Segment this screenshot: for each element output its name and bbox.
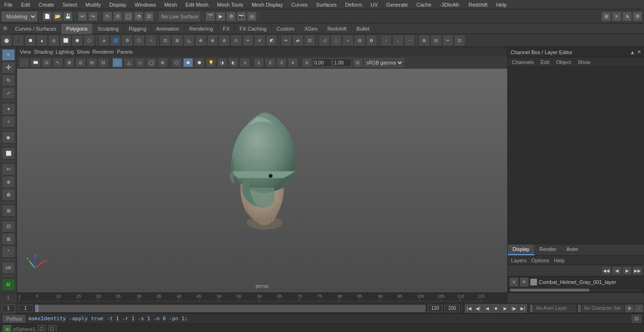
layer-fwd-btn[interactable]: ▶ <box>622 267 632 275</box>
vt-book-btn[interactable]: 📖 <box>30 58 41 67</box>
object-tab[interactable]: Object <box>553 58 573 66</box>
soft-select-btn[interactable]: ◉ <box>2 131 15 143</box>
prev-key-btn[interactable]: ◀| <box>474 304 482 313</box>
lasso-tool-btn[interactable]: ⊙ <box>113 12 123 21</box>
torus-btn[interactable]: ◎ <box>48 35 59 46</box>
sel-convert-btn[interactable]: ⇄ <box>292 35 304 46</box>
layer-tab-anim[interactable]: Anim <box>561 244 583 255</box>
soccer-btn[interactable]: ⬡ <box>133 35 145 46</box>
snap-grid-btn[interactable]: ⊞ <box>2 233 15 245</box>
menu-create[interactable]: Create <box>36 1 57 8</box>
layer-scrollbar[interactable] <box>508 288 644 292</box>
vt-sel-mode-2[interactable]: ◇ <box>135 58 145 67</box>
soft-sel-btn[interactable]: ◔ <box>134 12 143 21</box>
smooth-btn[interactable]: ◌ <box>330 35 342 46</box>
render-cam-btn[interactable]: 📷 <box>237 12 246 21</box>
vt-isolate-btn[interactable]: ◎ <box>75 58 86 67</box>
bridge-btn[interactable]: ⊞ <box>172 35 183 46</box>
channel-box-close-btn[interactable]: ✕ <box>637 49 641 55</box>
menu-surfaces[interactable]: Surfaces <box>314 1 339 8</box>
new-scene-btn[interactable]: 📄 <box>42 12 52 21</box>
menu-deform[interactable]: Deform <box>343 1 364 8</box>
sel-invert-btn[interactable]: ⊡ <box>304 35 315 46</box>
fill-btn[interactable]: ⊙ <box>231 35 242 46</box>
attr-btn[interactable]: 𝐀 <box>622 12 632 21</box>
vt-x-input[interactable] <box>313 58 332 67</box>
char-set-arrow[interactable] <box>578 305 581 312</box>
tab-fx-caching[interactable]: FX Caching <box>235 24 272 34</box>
layer-scroll-thumb[interactable] <box>510 289 589 292</box>
vt-1-btn[interactable]: 1 <box>254 58 264 67</box>
vt-wireframe-btn[interactable]: ⬡ <box>172 58 182 67</box>
layers-menu[interactable]: Layers <box>510 258 528 263</box>
layer-tab-render[interactable]: Render <box>535 244 561 255</box>
multi-cut-btn[interactable]: ✄ <box>2 163 15 175</box>
channels-tab[interactable]: Channels <box>510 58 536 66</box>
show-tab[interactable]: Show <box>575 58 593 66</box>
layer-tab-display[interactable]: Display <box>508 244 535 255</box>
channel-btn[interactable]: ≡ <box>612 12 621 21</box>
menu-curves[interactable]: Curves <box>289 1 310 8</box>
cone-btn[interactable]: ▲ <box>36 35 48 46</box>
char-set-settings[interactable]: ⚙ <box>625 305 634 312</box>
vt-hud-btn[interactable]: ℍ <box>98 58 108 67</box>
char-set-key-btn[interactable]: ◦ <box>635 305 643 312</box>
tab-animation[interactable]: Animation <box>151 24 184 34</box>
transform-tool[interactable]: ✦ <box>2 103 15 115</box>
platonic-btn[interactable]: ⬡ <box>83 35 95 46</box>
next-key-btn[interactable]: |▶ <box>510 304 518 313</box>
task-icon[interactable]: ☐ <box>38 325 46 332</box>
vt-shad-btn[interactable]: ◑ <box>217 58 227 67</box>
vt-2-btn[interactable]: 2 <box>265 58 275 67</box>
cylinder-btn[interactable]: 🔲 <box>25 35 36 46</box>
render-btn[interactable]: 🎬 <box>206 12 215 21</box>
connect-btn[interactable]: ⊗ <box>207 35 218 46</box>
layer-prev-btn[interactable]: ◀◀ <box>602 267 611 275</box>
cube-btn[interactable]: ⬛ <box>13 35 24 46</box>
layer-next-btn[interactable]: ▶▶ <box>633 267 642 275</box>
menu-mesh[interactable]: Mesh <box>162 1 179 8</box>
vp-menu-shading[interactable]: Shading <box>34 49 53 55</box>
tab-curves-surfaces[interactable]: Curves / Surfaces <box>10 24 61 34</box>
menu-windows[interactable]: Windows <box>132 1 158 8</box>
select-tool[interactable]: ↖ <box>2 49 15 61</box>
vt-axis-btn[interactable]: ⊡ <box>353 58 363 67</box>
vt-sel-mode-obj[interactable]: □ <box>112 58 123 67</box>
layer-playback-btn[interactable]: P <box>520 278 528 286</box>
soften-btn[interactable]: ⋯ <box>404 35 415 46</box>
vt-solid-btn[interactable]: ⬢ <box>183 58 193 67</box>
wedge-btn[interactable]: ◩ <box>266 35 277 46</box>
vt-4-btn[interactable]: 4 <box>288 58 298 67</box>
merge-btn[interactable]: ⊕ <box>195 35 206 46</box>
open-scene-btn[interactable]: 📂 <box>53 12 62 21</box>
vt-snap-cam-btn[interactable]: ⊙ <box>302 58 312 67</box>
flip-norm-btn[interactable]: ↓ <box>392 35 404 46</box>
vt-y-input[interactable] <box>333 58 352 67</box>
vt-sel-btn[interactable]: ↖ <box>53 58 63 67</box>
go-end-btn[interactable]: ▶| <box>519 304 527 313</box>
render-settings-btn[interactable]: ⚙ <box>226 12 236 21</box>
snap-curve-btn[interactable]: ⌃ <box>2 246 15 258</box>
extrude-btn[interactable]: ⊡ <box>160 35 171 46</box>
menu-select[interactable]: Select <box>60 1 80 8</box>
uv-editor-btn[interactable]: ⊡ <box>454 35 465 46</box>
range-start-input[interactable] <box>18 305 33 312</box>
detach-btn[interactable]: ✂ <box>242 35 254 46</box>
show-manip-btn[interactable]: ⊞ <box>2 205 15 217</box>
vt-light-btn[interactable]: 💡 <box>206 58 216 67</box>
tab-rigging[interactable]: Rigging <box>124 24 151 34</box>
menu-file[interactable]: File <box>2 1 15 8</box>
gamma-selector[interactable]: sRGB gamma <box>364 58 404 67</box>
timeline-ruler[interactable]: 1 5 10 15 20 25 30 35 40 45 50 <box>17 293 507 303</box>
move-tool[interactable]: ✛ <box>2 62 15 73</box>
vt-motion-btn[interactable]: ⌾ <box>239 58 250 67</box>
helix-btn[interactable]: 🌀 <box>110 35 121 46</box>
go-start-btn[interactable]: |◀ <box>465 304 473 313</box>
playback-end-input[interactable] <box>445 305 460 312</box>
mode-settings-btn[interactable]: ⚙ <box>0 24 10 34</box>
tab-custom[interactable]: Custom <box>272 24 300 34</box>
vp-menu-lighting[interactable]: Lighting <box>56 49 74 55</box>
vt-texture-btn[interactable]: ⬢ <box>194 58 205 67</box>
playhead[interactable] <box>35 305 39 312</box>
tool-settings-btn[interactable]: ⚙ <box>633 12 642 21</box>
